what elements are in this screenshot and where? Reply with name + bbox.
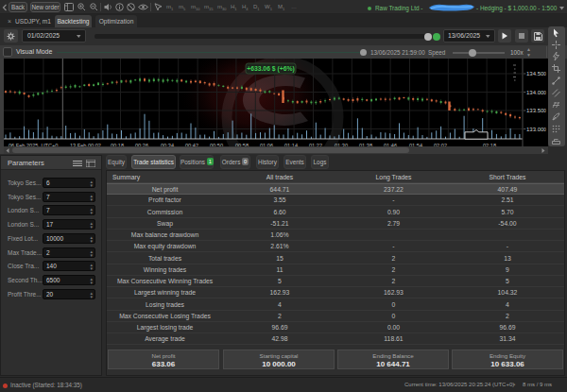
svg-text:+633.06 $ (+6%): +633.06 $ (+6%)	[247, 65, 295, 73]
svg-text:134.500: 134.500	[526, 71, 546, 77]
svg-text:133.000: 133.000	[526, 127, 546, 132]
svg-text:134.000: 134.000	[526, 90, 546, 95]
svg-text:133.500: 133.500	[526, 108, 546, 113]
